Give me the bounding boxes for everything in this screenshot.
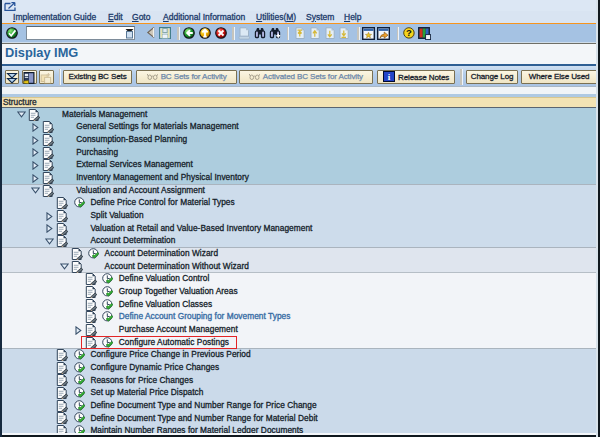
svg-text:?: ?	[405, 27, 411, 38]
